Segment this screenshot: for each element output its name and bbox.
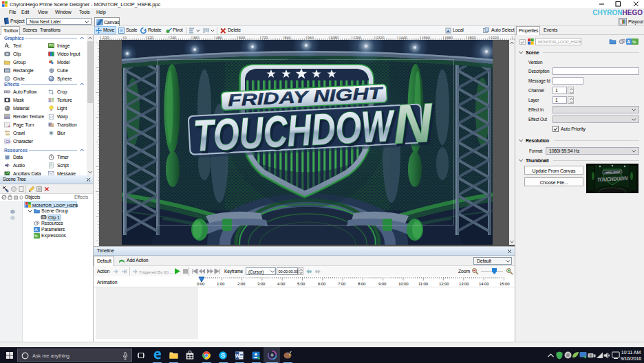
svg-text:S: S xyxy=(221,352,225,359)
svg-text:N: N xyxy=(391,91,435,155)
svg-text:%: % xyxy=(632,39,636,44)
svg-text:Ch: Ch xyxy=(6,140,10,144)
svg-text:A: A xyxy=(627,39,630,44)
svg-text:TOUCHDOW: TOUCHDOW xyxy=(192,100,396,160)
svg-text:W: W xyxy=(235,353,240,358)
svg-text:%: % xyxy=(34,234,38,238)
